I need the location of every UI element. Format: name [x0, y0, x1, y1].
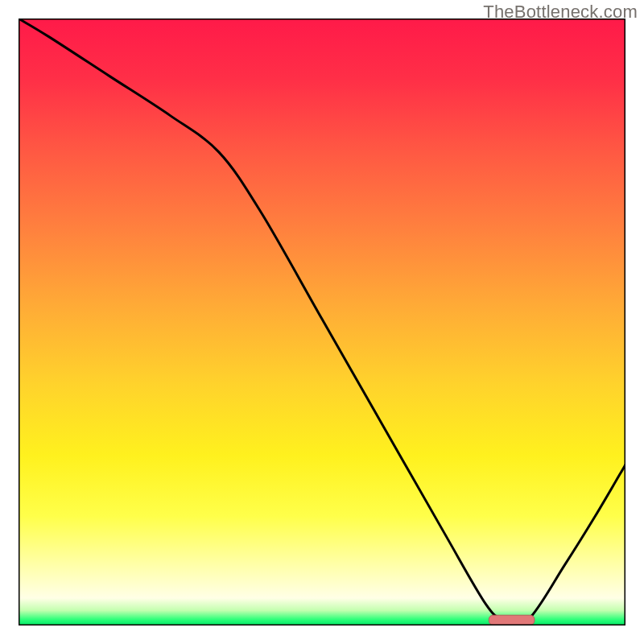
- optimum-marker: [489, 615, 535, 625]
- chart-container: TheBottleneck.com: [0, 0, 644, 644]
- plot-area: [19, 19, 625, 625]
- gradient-background: [19, 19, 625, 625]
- chart-svg: [19, 19, 625, 625]
